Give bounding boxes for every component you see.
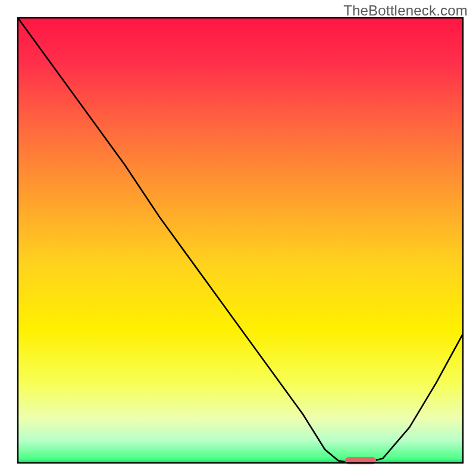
plot-background — [18, 18, 463, 463]
watermark-text: TheBottleneck.com — [343, 2, 468, 19]
chart-svg — [0, 0, 476, 476]
chart-container: { "watermark": "TheBottleneck.com", "cha… — [0, 0, 476, 476]
